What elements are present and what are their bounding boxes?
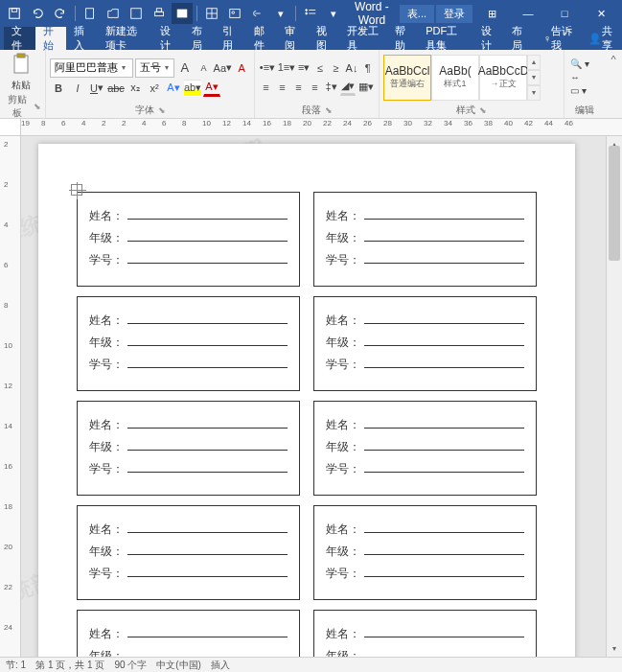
field-line[interactable]	[127, 252, 288, 264]
field-line[interactable]	[364, 626, 524, 637]
label-card[interactable]: 姓名：年级：学号：	[313, 505, 537, 600]
field-line[interactable]	[364, 648, 524, 657]
scroll-down-icon[interactable]: ▾	[607, 640, 622, 657]
undo-icon[interactable]	[27, 3, 48, 24]
field-line[interactable]	[127, 648, 288, 657]
tab-table-layout[interactable]: 布局	[504, 27, 536, 50]
redo-icon[interactable]	[50, 3, 71, 24]
line-spacing-icon[interactable]: ‡▾	[324, 79, 338, 96]
styles-nav[interactable]: ▴▾▾	[527, 55, 541, 101]
status-section[interactable]: 节: 1	[6, 659, 26, 672]
tab-table-design[interactable]: 设计	[473, 27, 505, 50]
style-item[interactable]: AaBbCcD→正文	[479, 55, 527, 101]
label-card[interactable]: 姓名：年级：学号：	[313, 192, 537, 287]
scroll-thumb[interactable]	[609, 146, 620, 261]
ruler-horizontal[interactable]: 1986422468101214161820222426283032343638…	[0, 119, 622, 136]
align-left-icon[interactable]: ≡	[259, 79, 273, 96]
login-button[interactable]: 登录	[436, 5, 472, 23]
ruler-vertical[interactable]: 224681012141618202224	[0, 136, 21, 657]
label-card[interactable]: 姓名：年级：学号：	[313, 296, 537, 391]
tab-file[interactable]: 文件	[4, 27, 35, 50]
field-line[interactable]	[127, 335, 288, 346]
label-card[interactable]: 姓名：年级：学号：	[77, 192, 300, 287]
label-card[interactable]: 姓名：年级：学号：	[77, 505, 300, 600]
tab-custom[interactable]: 新建选项卡	[98, 27, 152, 50]
shading-icon[interactable]: ◢▾	[340, 79, 356, 96]
field-line[interactable]	[127, 566, 288, 577]
tell-me[interactable]: ♀ 告诉我	[536, 27, 581, 50]
grow-font-icon[interactable]: A	[176, 59, 194, 77]
align-right-icon[interactable]: ≡	[291, 79, 306, 96]
paste-button[interactable]: 粘贴	[4, 52, 38, 92]
close-icon[interactable]: ✕	[584, 0, 618, 27]
maximize-icon[interactable]: □	[547, 0, 582, 27]
label-card[interactable]: 姓名：年级：学号：	[313, 610, 537, 657]
field-line[interactable]	[127, 521, 288, 533]
bullets-button[interactable]: •≡▾	[259, 59, 276, 77]
align-center-icon[interactable]: ≡	[275, 79, 289, 96]
minimize-icon[interactable]: —	[511, 0, 545, 27]
field-line[interactable]	[127, 417, 288, 429]
table-tools-label[interactable]: 表...	[400, 5, 434, 23]
find-button[interactable]: 🔍▾	[568, 58, 591, 70]
justify-icon[interactable]: ≡	[308, 79, 322, 96]
field-line[interactable]	[364, 313, 524, 324]
paragraph-launcher-icon[interactable]: ⬊	[325, 105, 333, 115]
show-marks-icon[interactable]: ¶	[360, 59, 375, 77]
document-scroll[interactable]: 系统部落 xitongbuluo.com 系统部落 xitongbuluo.co…	[21, 136, 606, 657]
shape-icon[interactable]: ▾	[270, 3, 291, 24]
field-line[interactable]	[364, 335, 524, 346]
tab-design[interactable]: 设计	[152, 27, 184, 50]
numbering-icon[interactable]: ▾	[323, 3, 344, 24]
reading-icon[interactable]	[172, 3, 193, 24]
field-line[interactable]	[364, 417, 524, 429]
clear-format-icon[interactable]: A	[233, 59, 250, 77]
field-line[interactable]	[364, 208, 524, 220]
save-as-icon[interactable]	[126, 3, 147, 24]
bullets-icon[interactable]	[300, 3, 321, 24]
field-line[interactable]	[364, 544, 524, 555]
field-line[interactable]	[364, 566, 524, 577]
field-line[interactable]	[364, 230, 524, 242]
field-line[interactable]	[127, 461, 288, 473]
styles-launcher-icon[interactable]: ⬊	[479, 105, 487, 115]
style-item[interactable]: AaBb(样式1	[431, 55, 479, 101]
label-card[interactable]: 姓名：年级：学号：	[77, 401, 300, 496]
style-item[interactable]: AaBbCcl普通编右	[383, 55, 431, 101]
label-card[interactable]: 姓名：年级：学号：	[77, 296, 300, 391]
status-words[interactable]: 90 个字	[114, 659, 147, 672]
new-icon[interactable]	[80, 3, 101, 24]
field-line[interactable]	[127, 313, 288, 324]
field-line[interactable]	[364, 521, 524, 533]
tab-home[interactable]: 开始	[35, 27, 67, 50]
sort-icon[interactable]: A↓	[345, 59, 359, 77]
picture-icon[interactable]	[224, 3, 245, 24]
highlight-icon[interactable]: ab▾	[184, 80, 201, 97]
table-anchor-icon[interactable]	[71, 184, 82, 196]
shrink-font-icon[interactable]: A	[196, 59, 213, 77]
field-line[interactable]	[127, 208, 288, 220]
tab-insert[interactable]: 插入	[66, 27, 98, 50]
label-card[interactable]: 姓名：年级：学号：	[313, 401, 537, 496]
collapse-ribbon-icon[interactable]: ^	[605, 50, 622, 118]
font-name-combo[interactable]: 阿里巴巴普惠▾	[50, 58, 133, 78]
field-line[interactable]	[127, 626, 288, 637]
status-mode[interactable]: 插入	[211, 659, 230, 672]
tab-review[interactable]: 审阅	[277, 27, 309, 50]
status-page[interactable]: 第 1 页，共 1 页	[35, 659, 104, 672]
text-effects-icon[interactable]: A▾	[165, 80, 182, 97]
tab-help[interactable]: 帮助	[387, 27, 419, 50]
select-button[interactable]: ▭▾	[568, 84, 591, 97]
share-button[interactable]: 👤 共享	[581, 27, 622, 50]
status-lang[interactable]: 中文(中国)	[156, 659, 201, 672]
open-icon[interactable]	[103, 3, 124, 24]
field-line[interactable]	[127, 439, 288, 451]
strike-button[interactable]: abc	[107, 80, 125, 97]
decrease-indent-icon[interactable]: ≤	[313, 59, 328, 77]
replace-button[interactable]: ↔	[568, 71, 591, 83]
multilevel-button[interactable]: ≡▾	[297, 59, 311, 77]
save-icon[interactable]	[4, 3, 25, 24]
tab-pdf[interactable]: PDF工具集	[418, 27, 472, 50]
font-color-icon[interactable]: A▾	[203, 80, 220, 97]
field-line[interactable]	[364, 439, 524, 451]
